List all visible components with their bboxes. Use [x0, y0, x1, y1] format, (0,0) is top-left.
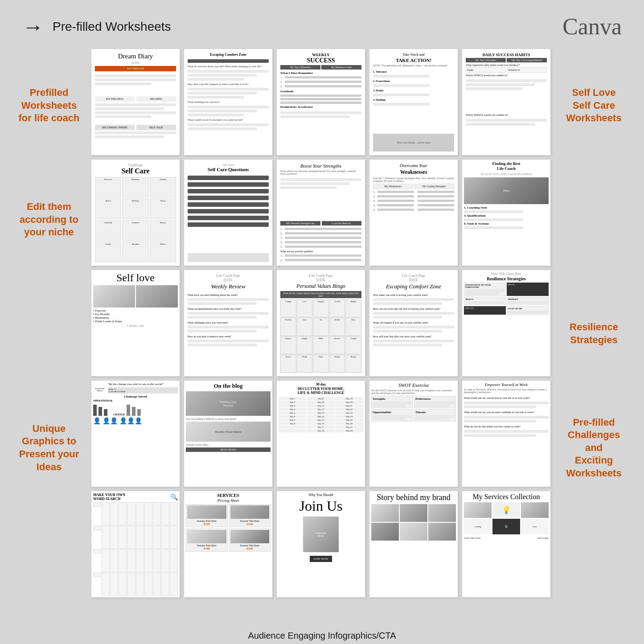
card-overcome-weaknesses[interactable]: Overcome Your Weaknesses Find the 7 Weak…: [369, 159, 458, 266]
card-word-search[interactable]: MAKE YOUR OWNWORD SEARCH 🔍: [91, 491, 180, 598]
card-escaping-comfort[interactable]: Escaping Comfort Zone What do you love a…: [184, 49, 273, 156]
label-resilience-strategies: ResilienceStrategies: [557, 277, 631, 391]
grid-row-1: Dream Diary DATE MY DREAM MY FEELINGS ME…: [85, 49, 557, 156]
grid-row-4: "Be the change you wish to see in the wo…: [85, 380, 557, 487]
label-unique: UniqueGraphics toPresent yourIdeas: [13, 391, 85, 505]
card-weekly-success[interactable]: WEEKLY SUCCESS My Top 3 Priorities My Bu…: [276, 49, 365, 156]
label-empty-right5: [557, 505, 631, 619]
right-labels: Self LoveSelf CareWorksheets ResilienceS…: [557, 49, 631, 619]
main-layout: PrefilledWorksheetsfor life coach Edit t…: [13, 49, 631, 619]
header: → Pre-filled Worksheets Canva: [13, 13, 631, 40]
arrow-icon: →: [22, 14, 44, 39]
card-daily-success[interactable]: DAILY SUCCESS HABITS My Top 3 Priorities…: [462, 49, 551, 156]
card-personal-values[interactable]: Life Coach Page DATE Personal Values Bin…: [276, 270, 365, 377]
card-weekly-review[interactable]: Life Coach Page DATE Weekly Review What …: [184, 270, 273, 377]
grid-row-2: Challenge Self Care Exercise Meditate Jo…: [85, 159, 557, 266]
card-selfcare[interactable]: Challenge Self Care Exercise Meditate Jo…: [91, 159, 180, 266]
card-boost-strengths[interactable]: Boost Your Strengths What about your per…: [276, 159, 365, 266]
card-finding-coach[interactable]: Finding the BestLife Coach TO SUIT YOU A…: [462, 159, 551, 266]
card-be-change[interactable]: "Be the change you wish to see in the wo…: [91, 380, 180, 487]
card-take-action[interactable]: Take Stock and TAKE ACTION! NOTE: The qu…: [369, 49, 458, 156]
grid-row-3: Self love • Exercise• Eat Healthy• Bound…: [85, 270, 557, 377]
grid-container: Dream Diary DATE MY DREAM MY FEELINGS ME…: [85, 49, 557, 619]
card-resilience-strategies[interactable]: Your Title Goes Here Resilience Strategi…: [462, 270, 551, 377]
label-prefilled: PrefilledWorksheetsfor life coach: [13, 49, 85, 163]
label-edit: Edit themaccording toyour niche: [13, 163, 85, 277]
card-join-us[interactable]: Why You Should Join Us ComputerImage JOI…: [276, 491, 365, 598]
header-left: → Pre-filled Worksheets: [22, 14, 171, 39]
grid-row-5: MAKE YOUR OWNWORD SEARCH 🔍: [85, 491, 557, 598]
card-story-brand[interactable]: Story behind my brand: [369, 491, 458, 598]
label-prefilled-challenges: Pre-filledChallengesandExcitingWorksheet…: [557, 391, 631, 505]
canva-logo: Canva: [562, 13, 622, 40]
card-my-collection[interactable]: My Services Collection 💡 coming 6 soon S…: [462, 491, 551, 598]
card-escaping-comfort2[interactable]: Life Coach Page DATE Escaping Comfort Zo…: [369, 270, 458, 377]
left-labels: PrefilledWorksheetsfor life coach Edit t…: [13, 49, 85, 619]
card-self-love[interactable]: Self love • Exercise• Eat Healthy• Bound…: [91, 270, 180, 377]
card-services[interactable]: SERVICES Pricing Sheet Session Title Her…: [184, 491, 273, 598]
card-30day-challenge[interactable]: 30 dayDECLUTTER YOUR HOME,LIFE & MIND CH…: [276, 380, 365, 487]
card-on-blog[interactable]: On the blog Finding yourPassion Are you …: [184, 380, 273, 487]
label-empty-left3: [13, 277, 85, 391]
footer-text: Audience Engaging Infographics/CTA: [13, 626, 631, 644]
label-selflove-selfcare: Self LoveSelf CareWorksheets: [557, 49, 631, 163]
label-empty-right2: [557, 163, 631, 277]
header-title: Pre-filled Worksheets: [53, 20, 171, 34]
card-selfcare-questions[interactable]: Life Keto Self Care Questions: [184, 159, 273, 266]
page-wrapper: → Pre-filled Worksheets Canva PrefilledW…: [0, 0, 644, 644]
card-dream-diary[interactable]: Dream Diary DATE MY DREAM MY FEELINGS ME…: [91, 49, 180, 156]
card-swot[interactable]: SWOT Exercise Do this SWOT analysis. Lis…: [369, 380, 458, 487]
label-empty-left5: [13, 505, 85, 619]
card-empower[interactable]: Empower Yourself at Work In order to fee…: [462, 380, 551, 487]
